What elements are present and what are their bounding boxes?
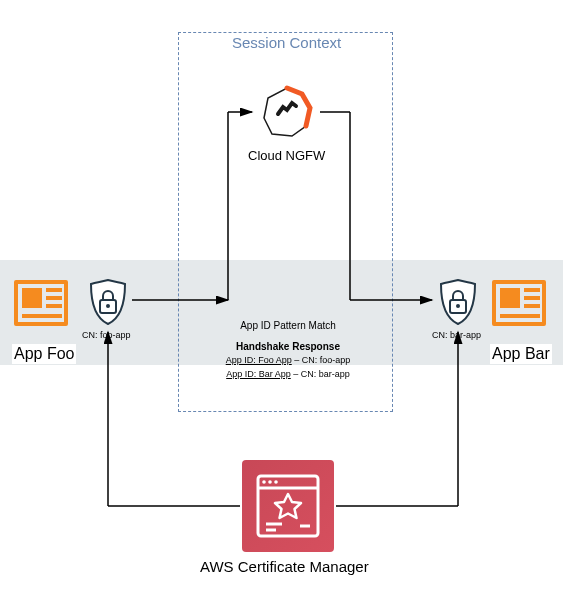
acm-icon: [242, 460, 334, 552]
svg-point-1: [106, 304, 110, 308]
app-foo-icon: [14, 280, 68, 326]
pattern-match-block: App ID Pattern Match Handshake Response …: [208, 318, 368, 381]
app-foo-label: App Foo: [12, 344, 76, 364]
shield-bar-icon: [438, 278, 478, 326]
cloud-ngfw-icon: [258, 84, 316, 142]
shield-foo-icon: [88, 278, 128, 326]
svg-point-8: [274, 480, 278, 484]
svg-point-3: [456, 304, 460, 308]
cn-foo-label: CN: foo-app: [82, 330, 131, 340]
app-bar-icon: [492, 280, 546, 326]
cn-bar-label: CN: bar-app: [432, 330, 481, 340]
handshake-title: Handshake Response: [208, 339, 368, 354]
svg-point-7: [268, 480, 272, 484]
session-context-title: Session Context: [232, 34, 341, 51]
acm-label: AWS Certificate Manager: [200, 558, 369, 575]
cloud-ngfw-label: Cloud NGFW: [248, 148, 325, 163]
pattern-match-header: App ID Pattern Match: [208, 318, 368, 333]
handshake-line-2: App ID: Bar App – CN: bar-app: [226, 368, 350, 382]
app-bar-label: App Bar: [490, 344, 552, 364]
handshake-line-1: App ID: Foo App – CN: foo-app: [226, 354, 351, 368]
svg-point-6: [262, 480, 266, 484]
